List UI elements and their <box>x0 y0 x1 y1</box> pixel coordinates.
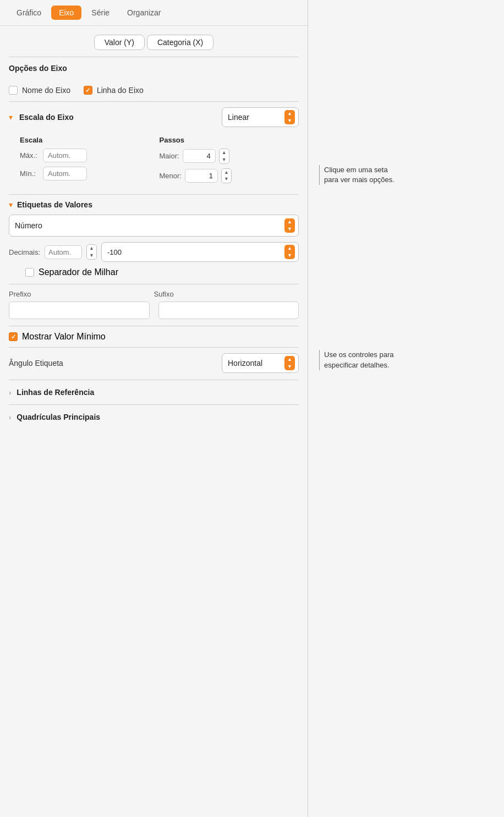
scale-header: Escala <box>20 136 160 144</box>
neg-stepper-up[interactable]: ▲ <box>284 245 295 252</box>
maior-input[interactable] <box>183 149 216 163</box>
passos-header: Passos <box>160 136 299 144</box>
escala-dropdown[interactable]: Linear ▲ ▼ <box>222 107 299 127</box>
sufixo-input[interactable] <box>158 301 299 319</box>
max-label: Máx.: <box>20 151 40 160</box>
linha-eixo-checkbox[interactable] <box>84 86 92 95</box>
linha-eixo-checkbox-label[interactable]: Linha do Eixo <box>84 86 144 95</box>
mostrar-row: Mostrar Valor Mínimo <box>0 326 308 347</box>
tab-organizar[interactable]: Organizar <box>119 6 168 20</box>
categoria-x-button[interactable]: Categoria (X) <box>147 35 213 50</box>
neg-select-value: -100 <box>107 248 282 256</box>
angulo-row: Ângulo Etiqueta Horizontal ▲ ▼ <box>0 348 308 380</box>
controls-hint-text: Use os controles paraespecificar detalhe… <box>319 350 429 370</box>
prefixo-label: Prefixo <box>9 290 154 298</box>
maior-stepper-down[interactable]: ▼ <box>220 156 229 163</box>
prefix-suffix-header: Prefixo Sufixo <box>9 290 299 298</box>
linhas-ref-section: › Linhas de Referência <box>0 380 308 404</box>
arrow-hint-text: Clique em uma setapara ver mais opções. <box>319 165 429 185</box>
numero-stepper[interactable]: ▲ ▼ <box>284 218 295 233</box>
tab-bar: Gráfico Eixo Série Organizar <box>0 0 308 26</box>
escala-stepper[interactable]: ▲ ▼ <box>284 110 295 124</box>
numero-stepper-down[interactable]: ▼ <box>284 226 295 233</box>
decimais-stepper[interactable]: ▲ ▼ <box>86 244 97 260</box>
escala-row: ▾ Escala do Eixo Linear ▲ ▼ <box>0 102 308 134</box>
etiquetas-collapse-icon[interactable]: ▾ <box>9 200 13 209</box>
maior-stepper-up[interactable]: ▲ <box>220 149 229 156</box>
numero-stepper-up[interactable]: ▲ <box>284 218 295 226</box>
angulo-label: Ângulo Etiqueta <box>9 359 215 368</box>
etiquetas-header: ▾ Etiquetas de Valores <box>9 200 299 209</box>
angulo-dropdown[interactable]: Horizontal ▲ ▼ <box>222 353 299 373</box>
max-input[interactable] <box>43 149 87 162</box>
nome-eixo-label: Nome do Eixo <box>22 86 70 95</box>
menor-stepper-down[interactable]: ▼ <box>222 176 231 183</box>
tab-grafico[interactable]: Gráfico <box>9 6 49 20</box>
numero-select[interactable]: Número ▲ ▼ <box>9 215 299 237</box>
separador-row: Separador de Milhar <box>9 267 299 277</box>
prefix-suffix-inputs <box>9 301 299 319</box>
decimais-input[interactable] <box>45 245 82 259</box>
menor-stepper-up[interactable]: ▲ <box>222 169 231 176</box>
min-row: Mín.: <box>20 167 160 180</box>
prefix-suffix-section: Prefixo Sufixo <box>0 284 308 326</box>
tab-eixo[interactable]: Eixo <box>51 6 81 20</box>
separador-checkbox[interactable] <box>25 268 34 277</box>
escala-stepper-down[interactable]: ▼ <box>284 117 295 124</box>
linha-eixo-label: Linha do Eixo <box>97 86 144 95</box>
neg-stepper-down[interactable]: ▼ <box>284 252 295 259</box>
numero-select-value: Número <box>15 221 282 230</box>
nome-eixo-checkbox-label[interactable]: Nome do Eixo <box>9 86 70 95</box>
maior-label: Maior: <box>160 152 179 160</box>
valor-y-button[interactable]: Valor (Y) <box>94 35 145 50</box>
linhas-ref-title: Linhas de Referência <box>17 388 94 397</box>
decimais-stepper-down[interactable]: ▼ <box>87 252 96 259</box>
scale-col: Escala Máx.: Mín.: <box>20 136 160 188</box>
neg-stepper[interactable]: ▲ ▼ <box>284 245 295 259</box>
mostrar-label: Mostrar Valor Mínimo <box>22 332 106 342</box>
escala-label: Escala do Eixo <box>19 113 215 122</box>
mostrar-checkbox[interactable] <box>9 332 18 341</box>
maior-row: Maior: ▲ ▼ <box>160 149 299 164</box>
angulo-stepper-down[interactable]: ▼ <box>284 363 295 370</box>
axis-selector: Valor (Y) Categoria (X) <box>0 26 308 57</box>
decimais-row: Decimais: ▲ ▼ -100 ▲ ▼ <box>9 242 299 262</box>
menor-row: Menor: ▲ ▼ <box>160 168 299 184</box>
max-row: Máx.: <box>20 149 160 162</box>
numero-dropdown-row: Número ▲ ▼ <box>9 215 299 237</box>
sufixo-label: Sufixo <box>154 290 299 298</box>
quadriculas-title: Quadrículas Principais <box>17 413 100 421</box>
min-label: Mín.: <box>20 169 40 178</box>
min-input[interactable] <box>43 167 87 180</box>
menor-stepper[interactable]: ▲ ▼ <box>221 168 232 184</box>
menor-input[interactable] <box>185 169 218 183</box>
angulo-dropdown-value: Horizontal <box>228 359 282 368</box>
escala-dropdown-value: Linear <box>228 113 282 122</box>
maior-stepper[interactable]: ▲ ▼ <box>219 149 229 164</box>
decimais-label: Decimais: <box>9 248 40 256</box>
menor-label: Menor: <box>160 172 182 180</box>
passos-col: Passos Maior: ▲ ▼ Menor: ▲ ▼ <box>160 136 299 188</box>
etiquetas-section: ▾ Etiquetas de Valores Número ▲ ▼ Decima… <box>0 195 308 284</box>
tab-serie[interactable]: Série <box>84 6 117 20</box>
opcoes-eixo-title: Opções do Eixo <box>9 64 299 73</box>
prefixo-input[interactable] <box>9 301 150 319</box>
quadriculas-section: › Quadrículas Principais <box>0 405 308 429</box>
quadriculas-arrow[interactable]: › <box>9 413 11 421</box>
axis-options-row: Nome do Eixo Linha do Eixo <box>0 83 308 101</box>
escala-stepper-up[interactable]: ▲ <box>284 110 295 117</box>
neg-select[interactable]: -100 ▲ ▼ <box>101 242 299 262</box>
annotation-area: Clique em uma setapara ver mais opções. … <box>308 0 504 817</box>
etiquetas-title: Etiquetas de Valores <box>17 200 92 209</box>
angulo-stepper-up[interactable]: ▲ <box>284 356 295 363</box>
decimais-stepper-up[interactable]: ▲ <box>87 245 96 252</box>
angulo-stepper[interactable]: ▲ ▼ <box>284 356 295 370</box>
opcoes-eixo-section: Opções do Eixo <box>0 57 308 83</box>
separador-label: Separador de Milhar <box>39 267 118 277</box>
linhas-ref-arrow[interactable]: › <box>9 388 11 397</box>
nome-eixo-checkbox[interactable] <box>9 86 18 95</box>
escala-collapse-icon[interactable]: ▾ <box>9 113 13 122</box>
scale-passos-section: Escala Máx.: Mín.: Passos Maior: ▲ ▼ M <box>0 134 308 194</box>
